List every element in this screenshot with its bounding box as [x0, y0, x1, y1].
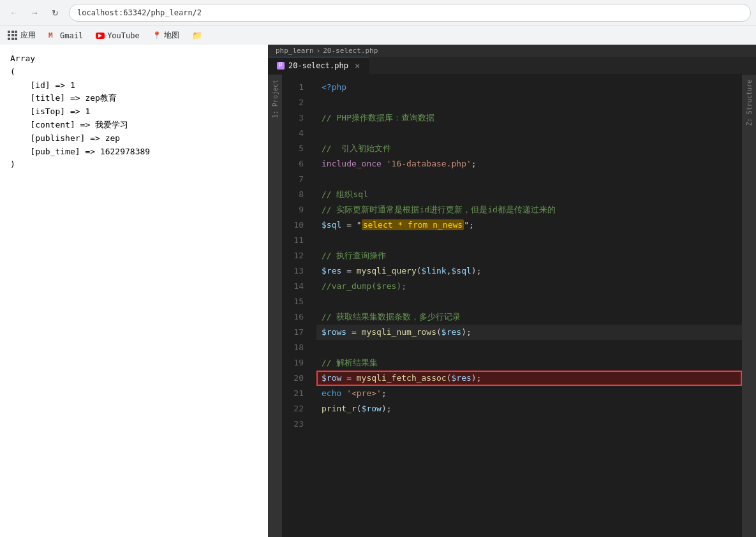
bookmark-folder[interactable]: 📁	[189, 29, 205, 41]
bookmarks-bar: 应用 M Gmail YouTube 📍 地图 📁	[0, 26, 756, 45]
func-mysqli-num-rows: mysqli_num_rows	[362, 327, 436, 337]
forward-button[interactable]: →	[26, 4, 43, 22]
tab-php-icon: P	[277, 62, 285, 70]
maps-label: 地图	[164, 30, 179, 41]
main-area: Array ( [id] => 1 [title] => zep教育 [isTo…	[0, 45, 756, 537]
var-sql-param: $sql	[452, 266, 471, 276]
line-num-18: 18	[282, 340, 304, 355]
line-num-11: 11	[282, 233, 304, 248]
gmail-label: Gmail	[60, 31, 83, 40]
tab-close-button[interactable]: ×	[355, 61, 360, 70]
output-text: Array ( [id] => 1 [title] => zep教育 [isTo…	[10, 52, 258, 172]
line-num-1: 1	[282, 80, 304, 95]
comment-5: // 引入初始文件	[322, 143, 391, 153]
ide-breadcrumb: php_learn › 20-select.php	[268, 45, 756, 57]
bookmark-gmail[interactable]: M Gmail	[46, 30, 85, 41]
echo-string: '<pre>'	[346, 388, 382, 398]
code-line-6: include_once '16-database.php';	[316, 156, 742, 172]
var-res-17: $res	[441, 327, 461, 337]
address-bar[interactable]: localhost:63342/php_learn/2	[69, 4, 751, 22]
line-num-16: 16	[282, 309, 304, 325]
browser-content: Array ( [id] => 1 [title] => zep教育 [isTo…	[0, 45, 268, 537]
line-num-21: 21	[282, 386, 304, 401]
var-row: $row	[322, 373, 341, 383]
code-line-1: <?php	[316, 80, 742, 95]
line-num-19: 19	[282, 355, 304, 371]
code-line-13: $res = mysqli_query($link,$sql);	[316, 263, 742, 279]
line-num-5: 5	[282, 141, 304, 156]
line-num-10: 10	[282, 217, 304, 233]
var-rows: $rows	[322, 327, 346, 337]
project-panel-label: 1: Project	[272, 75, 279, 123]
browser-chrome: ← → ↻ localhost:63342/php_learn/2 应用 M G…	[0, 0, 756, 45]
line-numbers: 1 2 3 4 5 6 7 8 9 10 11 12 13 14 15 16 1	[282, 75, 314, 537]
breadcrumb-sep: ›	[316, 47, 321, 55]
code-line-11	[316, 233, 742, 248]
ide-tabs: P 20-select.php ×	[268, 57, 756, 75]
code-line-23	[316, 416, 742, 432]
bookmark-apps[interactable]: 应用	[5, 29, 38, 42]
breadcrumb-project: php_learn	[276, 47, 314, 55]
apps-icon	[8, 31, 18, 41]
line-num-17: 17	[282, 325, 304, 340]
ide-with-panels: 1: Project 1 2 3 4 5 6 7 8 9 10 11 12 1	[268, 75, 756, 537]
line-num-13: 13	[282, 263, 304, 279]
include-keyword: include_once	[322, 159, 382, 168]
echo-keyword: echo	[322, 388, 341, 398]
func-mysqli-fetch-assoc: mysqli_fetch_assoc	[357, 373, 447, 383]
breadcrumb-file: 20-select.php	[323, 47, 378, 55]
code-line-18	[316, 340, 742, 355]
comment-8: // 组织sql	[322, 189, 368, 199]
youtube-label: YouTube	[107, 31, 140, 40]
line-num-15: 15	[282, 294, 304, 309]
code-line-16: // 获取结果集数据条数，多少行记录	[316, 309, 742, 325]
bookmark-youtube[interactable]: YouTube	[93, 30, 142, 41]
nav-buttons: ← → ↻	[5, 4, 64, 22]
apps-label: 应用	[20, 30, 36, 41]
php-open-tag: <?php	[322, 82, 346, 92]
line-num-22: 22	[282, 401, 304, 416]
structure-panel[interactable]: Z: Structure	[742, 75, 756, 537]
line-num-9: 9	[282, 202, 304, 217]
func-mysqli-query: mysqli_query	[357, 266, 417, 276]
line-num-4: 4	[282, 126, 304, 141]
comment-3: // PHP操作数据库：查询数据	[322, 113, 434, 122]
var-sql: $sql	[322, 220, 341, 230]
youtube-play-icon	[98, 34, 102, 38]
bookmark-maps[interactable]: 📍 地图	[150, 29, 182, 42]
line-num-20: 20	[282, 371, 304, 386]
code-line-10: $sql = "select * from n_news";	[316, 217, 742, 233]
address-text: localhost:63342/php_learn/2	[77, 8, 202, 17]
back-button[interactable]: ←	[5, 4, 23, 22]
include-string: '16-database.php'	[387, 159, 471, 168]
line-num-23: 23	[282, 416, 304, 432]
comment-16: // 获取结果集数据条数，多少行记录	[322, 312, 461, 321]
var-res-20: $res	[452, 373, 471, 383]
line-num-8: 8	[282, 187, 304, 202]
reload-button[interactable]: ↻	[46, 4, 64, 22]
ide-area: php_learn › 20-select.php P 20-select.ph…	[268, 45, 756, 537]
code-line-12: // 执行查询操作	[316, 248, 742, 263]
code-line-4	[316, 126, 742, 141]
youtube-icon	[96, 33, 105, 39]
code-line-19: // 解析结果集	[316, 355, 742, 371]
code-line-21: echo '<pre>';	[316, 386, 742, 401]
var-link: $link	[422, 266, 447, 276]
maps-icon: 📍	[152, 31, 161, 40]
code-line-3: // PHP操作数据库：查询数据	[316, 110, 742, 126]
code-line-17: $rows = mysqli_num_rows($res);	[316, 325, 742, 340]
active-tab[interactable]: P 20-select.php ×	[268, 57, 369, 74]
comment-9: // 实际更新时通常是根据id进行更新，但是id都是传递过来的	[322, 205, 556, 214]
code-content[interactable]: <?php // PHP操作数据库：查询数据 // 引入初始文件 include…	[314, 75, 742, 537]
code-line-7	[316, 172, 742, 187]
var-row-param: $row	[362, 404, 382, 413]
line-num-2: 2	[282, 95, 304, 110]
code-line-2	[316, 95, 742, 110]
sql-highlight: select * from n_news	[362, 219, 464, 230]
browser-toolbar: ← → ↻ localhost:63342/php_learn/2	[0, 0, 756, 26]
func-print-r: print_r	[322, 404, 357, 413]
line-num-6: 6	[282, 156, 304, 172]
code-line-15	[316, 294, 742, 309]
code-line-9: // 实际更新时通常是根据id进行更新，但是id都是传递过来的	[316, 202, 742, 217]
project-panel[interactable]: 1: Project	[268, 75, 282, 537]
